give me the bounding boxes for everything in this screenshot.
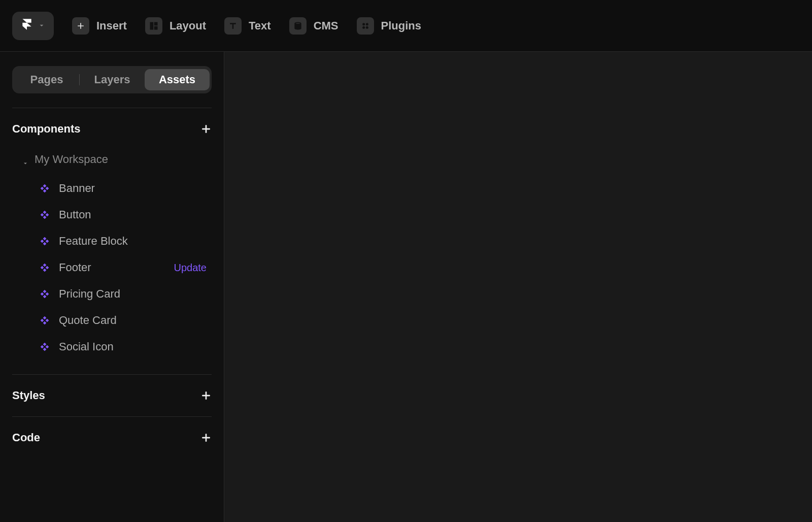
toolbar-item-plugins[interactable]: Plugins (357, 17, 421, 35)
component-icon (40, 289, 50, 299)
component-item[interactable]: Social Icon (12, 334, 212, 360)
toolbar-item-layout[interactable]: Layout (145, 17, 206, 35)
component-name: Button (59, 208, 91, 221)
divider (12, 374, 212, 375)
add-style-button[interactable] (200, 390, 212, 401)
section-title: Components (12, 122, 80, 136)
tab-assets[interactable]: Assets (145, 69, 210, 90)
top-toolbar: Insert Layout Text CMS Plugins (0, 0, 812, 52)
toolbar-item-insert[interactable]: Insert (72, 17, 127, 35)
component-name: Social Icon (59, 340, 114, 353)
plugins-icon (357, 17, 374, 35)
tab-layers[interactable]: Layers (80, 69, 145, 90)
component-icon (40, 263, 50, 273)
svg-point-0 (362, 23, 365, 25)
component-icon (40, 183, 50, 193)
main-split: Pages Layers Assets Components My Worksp… (0, 52, 812, 522)
component-item[interactable]: FooterUpdate (12, 254, 212, 281)
svg-point-2 (362, 26, 365, 28)
component-name: Banner (59, 182, 95, 195)
toolbar-item-cms[interactable]: CMS (289, 17, 339, 35)
canvas-area[interactable] (224, 52, 812, 522)
text-icon (224, 17, 242, 35)
toolbar-label: CMS (314, 19, 339, 32)
workspace-label: My Workspace (35, 153, 108, 166)
framer-logo-icon (20, 18, 33, 34)
toolbar-label: Layout (170, 19, 206, 32)
component-name: Quote Card (59, 314, 117, 327)
component-icon (40, 342, 50, 352)
component-list: BannerButtonFeature BlockFooterUpdatePri… (12, 175, 212, 360)
tab-pages[interactable]: Pages (14, 69, 79, 90)
toolbar-label: Plugins (381, 19, 421, 32)
svg-point-3 (365, 26, 368, 28)
svg-point-1 (365, 23, 368, 25)
component-name: Pricing Card (59, 287, 120, 301)
toolbar-item-text[interactable]: Text (224, 17, 271, 35)
component-icon (40, 210, 50, 220)
left-sidebar: Pages Layers Assets Components My Worksp… (0, 52, 224, 522)
component-item[interactable]: Quote Card (12, 307, 212, 334)
component-icon (40, 236, 50, 246)
component-item[interactable]: Pricing Card (12, 281, 212, 307)
component-name: Footer (59, 261, 91, 274)
component-item[interactable]: Button (12, 202, 212, 228)
component-item[interactable]: Banner (12, 175, 212, 202)
component-item[interactable]: Feature Block (12, 228, 212, 254)
layout-icon (145, 17, 162, 35)
caret-down-icon (22, 156, 28, 162)
section-header-components: Components (12, 122, 212, 136)
add-component-button[interactable] (200, 123, 212, 135)
component-name: Feature Block (59, 235, 128, 248)
toolbar-label: Text (249, 19, 271, 32)
component-icon (40, 315, 50, 325)
add-code-button[interactable] (200, 432, 212, 443)
divider (12, 108, 212, 108)
plus-square-icon (72, 17, 89, 35)
app-menu-button[interactable] (12, 12, 54, 40)
database-icon (289, 17, 307, 35)
workspace-folder[interactable]: My Workspace (12, 153, 212, 166)
chevron-down-icon (38, 19, 46, 32)
section-header-styles: Styles (12, 389, 212, 402)
toolbar-label: Insert (96, 19, 127, 32)
section-title: Code (12, 431, 40, 444)
section-title: Styles (12, 389, 45, 402)
update-link[interactable]: Update (174, 262, 212, 274)
section-header-code: Code (12, 431, 212, 444)
divider (12, 416, 212, 417)
sidebar-tabs: Pages Layers Assets (12, 66, 212, 93)
